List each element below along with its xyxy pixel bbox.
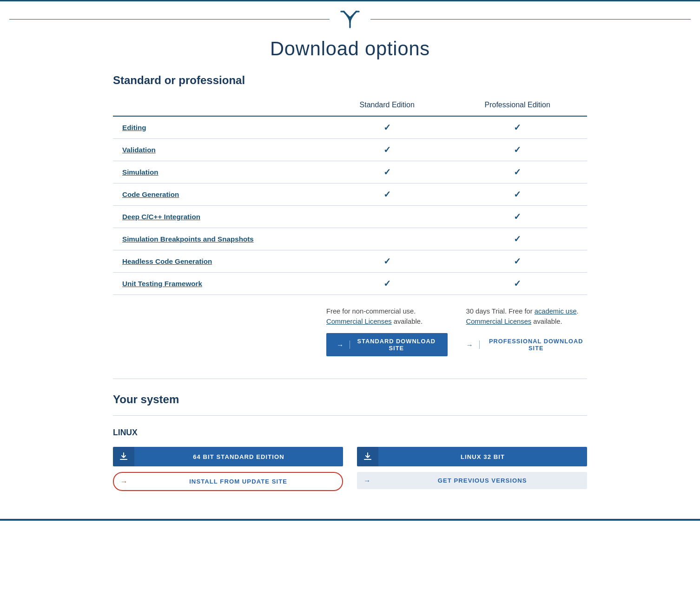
professional-commercial-link[interactable]: Commercial Licenses [466, 318, 532, 325]
feature-link[interactable]: Validation [122, 146, 156, 154]
check-icon: ✓ [514, 256, 521, 266]
get-previous-versions-button[interactable]: → GET PREVIOUS VERSIONS [357, 472, 587, 489]
professional-check: ✓ [448, 206, 587, 228]
linux-heading: LINUX [113, 428, 587, 438]
feature-name[interactable]: Editing [113, 116, 326, 139]
professional-check: ✓ [448, 183, 587, 206]
feature-link[interactable]: Deep C/C++ Integration [122, 213, 200, 221]
feature-name[interactable]: Validation [113, 139, 326, 161]
standard-edition-info: Free for non-commercial use. Commercial … [326, 306, 466, 356]
standard-check: ✓ [326, 250, 448, 273]
table-row: Code Generation✓✓ [113, 183, 587, 206]
pro-arrow-icon: → [466, 341, 474, 349]
feature-name[interactable]: Code Generation [113, 183, 326, 206]
table-row: Unit Testing Framework✓✓ [113, 273, 587, 295]
standard-commercial-link[interactable]: Commercial Licenses [326, 318, 392, 325]
feature-name[interactable]: Headless Code Generation [113, 250, 326, 273]
linux-32bit-button[interactable]: LINUX 32 BIT [357, 447, 587, 466]
standard-check: ✓ [326, 161, 448, 183]
download-icon-32 [357, 447, 378, 466]
arrow-icon: → [337, 341, 344, 349]
table-row: Simulation Breakpoints and Snapshots✓ [113, 228, 587, 250]
standard-download-button[interactable]: → STANDARD DOWNLOAD SITE [326, 333, 448, 356]
professional-download-button[interactable]: → PROFESSIONAL DOWNLOAD SITE [466, 333, 588, 356]
get-previous-label: GET PREVIOUS VERSIONS [377, 472, 587, 489]
standard-check [326, 228, 448, 250]
professional-edition-info: 30 days Trial. Free for academic use. Co… [466, 306, 588, 356]
check-icon: ✓ [383, 123, 391, 132]
professional-check: ✓ [448, 273, 587, 295]
col-professional-header: Professional Edition [448, 96, 587, 116]
brand-logo [339, 10, 361, 28]
check-icon: ✓ [514, 167, 521, 177]
standard-check: ✓ [326, 116, 448, 139]
check-icon: ✓ [383, 145, 391, 155]
pro-btn-divider [479, 340, 480, 349]
col-standard-header: Standard Edition [326, 96, 448, 116]
table-row: Deep C/C++ Integration✓ [113, 206, 587, 228]
logo-row [0, 1, 700, 33]
page-title: Download options [113, 38, 587, 60]
check-icon: ✓ [383, 167, 391, 177]
feature-link[interactable]: Simulation [122, 168, 158, 176]
standard-check: ✓ [326, 273, 448, 295]
standard-check: ✓ [326, 139, 448, 161]
professional-check: ✓ [448, 161, 587, 183]
bottom-border [0, 519, 700, 521]
your-system-section: Your system LINUX 64 BIT STANDARD EDITIO… [113, 379, 587, 491]
professional-download-label: PROFESSIONAL DOWNLOAD SITE [485, 338, 587, 352]
install-from-update-button[interactable]: → INSTALL FROM UPDATE SITE [113, 472, 343, 491]
linux-32bit-label: LINUX 32 BIT [378, 448, 587, 466]
feature-link[interactable]: Headless Code Generation [122, 257, 212, 265]
edition-info-section: Free for non-commercial use. Commercial … [113, 306, 587, 356]
install-update-label: INSTALL FROM UPDATE SITE [134, 473, 342, 490]
check-icon: ✓ [514, 234, 521, 244]
standard-check: ✓ [326, 183, 448, 206]
feature-link[interactable]: Editing [122, 124, 146, 131]
update-arrow-icon: → [114, 473, 134, 490]
standard-download-label: STANDARD DOWNLOAD SITE [356, 338, 437, 352]
check-icon: ✓ [383, 190, 391, 199]
professional-check: ✓ [448, 250, 587, 273]
your-system-heading: Your system [113, 393, 587, 406]
check-icon: ✓ [514, 190, 521, 199]
feature-name[interactable]: Simulation Breakpoints and Snapshots [113, 228, 326, 250]
check-icon: ✓ [514, 145, 521, 155]
table-row: Simulation✓✓ [113, 161, 587, 183]
linux-right-col: LINUX 32 BIT → GET PREVIOUS VERSIONS [357, 447, 587, 491]
standard-info-text: Free for non-commercial use. Commercial … [326, 306, 448, 327]
feature-link[interactable]: Simulation Breakpoints and Snapshots [122, 235, 254, 243]
check-icon: ✓ [514, 123, 521, 132]
professional-check: ✓ [448, 139, 587, 161]
linux-section: LINUX 64 BIT STANDARD EDITION [113, 415, 587, 491]
table-row: Editing✓✓ [113, 116, 587, 139]
linux-64bit-button[interactable]: 64 BIT STANDARD EDITION [113, 447, 343, 466]
feature-name[interactable]: Deep C/C++ Integration [113, 206, 326, 228]
professional-check: ✓ [448, 228, 587, 250]
check-icon: ✓ [383, 256, 391, 266]
download-icon-64 [113, 447, 134, 466]
linux-buttons-container: 64 BIT STANDARD EDITION → INSTALL FROM U… [113, 447, 587, 491]
table-row: Validation✓✓ [113, 139, 587, 161]
professional-check: ✓ [448, 116, 587, 139]
feature-link[interactable]: Unit Testing Framework [122, 280, 202, 288]
standard-check [326, 206, 448, 228]
professional-info-text: 30 days Trial. Free for academic use. Co… [466, 306, 588, 327]
professional-academic-link[interactable]: academic use [535, 308, 577, 315]
standard-professional-heading: Standard or professional [113, 74, 587, 87]
btn-divider [350, 340, 350, 349]
feature-name[interactable]: Unit Testing Framework [113, 273, 326, 295]
check-icon: ✓ [514, 212, 521, 222]
feature-link[interactable]: Code Generation [122, 190, 179, 198]
feature-name[interactable]: Simulation [113, 161, 326, 183]
check-icon: ✓ [514, 279, 521, 288]
check-icon: ✓ [383, 279, 391, 288]
comparison-table: Standard Edition Professional Edition Ed… [113, 96, 587, 295]
prev-arrow-icon: → [357, 472, 377, 489]
linux-64bit-label: 64 BIT STANDARD EDITION [134, 448, 343, 466]
col-feature-header [113, 96, 326, 116]
table-row: Headless Code Generation✓✓ [113, 250, 587, 273]
linux-left-col: 64 BIT STANDARD EDITION → INSTALL FROM U… [113, 447, 343, 491]
